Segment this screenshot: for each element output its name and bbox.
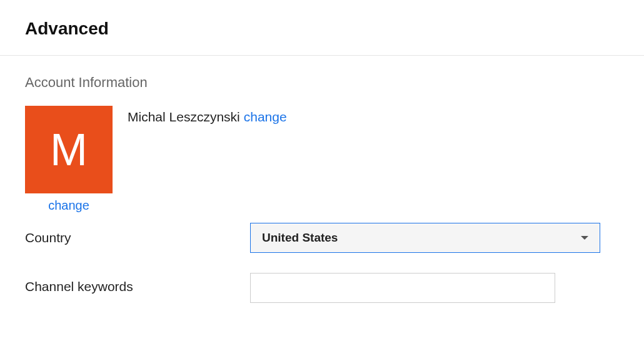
avatar-change-link[interactable]: change [48,198,89,213]
channel-keywords-input[interactable] [250,273,555,303]
name-block: Michal Leszczynski change [128,106,287,125]
account-information-section: Account Information M change Michal Lesz… [0,56,644,303]
account-name: Michal Leszczynski [128,110,240,125]
country-label: Country [25,230,250,245]
avatar-initial: M [50,124,88,175]
keywords-label: Channel keywords [25,273,250,294]
page-header: Advanced [0,0,644,55]
section-heading: Account Information [25,74,644,91]
avatar: M [25,106,113,193]
country-value: United States [262,231,338,245]
account-row: M change Michal Leszczynski change [25,106,644,213]
page-title: Advanced [25,19,644,39]
country-select[interactable]: United States [250,223,600,253]
name-change-link[interactable]: change [244,110,287,125]
avatar-block: M change [25,106,113,213]
country-row: Country United States [25,223,644,253]
chevron-down-icon [581,236,588,240]
keywords-row: Channel keywords [25,273,644,303]
